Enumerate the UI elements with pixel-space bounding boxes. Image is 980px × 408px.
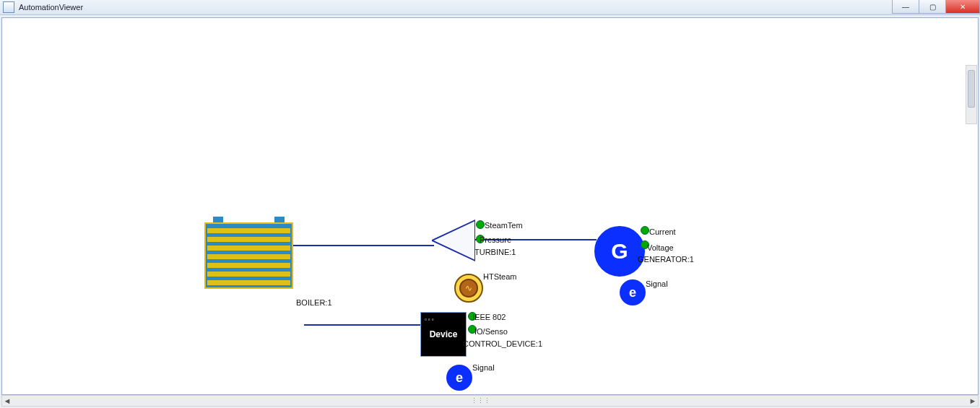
window-controls: — ▢ ✕ [893, 0, 980, 14]
port-io-label: IO/Senso [474, 327, 508, 336]
node-device-signal[interactable]: e [446, 365, 472, 391]
port-voltage-label: Voltage [647, 243, 674, 252]
scroll-right-icon[interactable]: ► [968, 396, 978, 405]
turbine-label: TURBINE:1 [474, 248, 516, 256]
port-pressure-label: Pressure [480, 235, 511, 244]
horizontal-scrollbar[interactable]: ◄ ⋮⋮⋮ ► [1, 395, 979, 407]
app-icon [3, 1, 14, 13]
port-ieee-label: IEEE 802 [472, 313, 506, 321]
window-title: AutomationViewer [19, 3, 83, 12]
boiler-tube-icon [207, 254, 290, 259]
generator-label: GENERATOR:1 [638, 255, 694, 264]
generator-glyph: G [611, 239, 628, 264]
boiler-tube-icon [207, 272, 290, 277]
node-generator[interactable]: G [594, 226, 645, 277]
port-steamtem[interactable] [476, 220, 485, 229]
client-area: BOILER:1 SteamTem Pressure TURBINE:1 ∿ H… [1, 17, 979, 395]
device-signal-label: Signal [472, 363, 495, 372]
e-glyph: e [629, 285, 636, 300]
node-boiler[interactable] [197, 217, 295, 289]
htsteam-label: HTSteam [483, 272, 516, 281]
boiler-tube-icon [207, 280, 290, 285]
device-caption: Device [430, 329, 458, 339]
scroll-left-icon[interactable]: ◄ [2, 396, 12, 405]
node-generator-signal[interactable]: e [620, 279, 646, 305]
port-current[interactable] [641, 226, 649, 235]
connection-boiler-turbine [292, 245, 434, 246]
boiler-label: BOILER:1 [296, 298, 332, 307]
port-steamtem-label: SteamTem [485, 221, 523, 230]
htsteam-icon: ∿ [459, 279, 478, 298]
boiler-tube-icon [207, 246, 290, 251]
minimize-button[interactable]: — [892, 0, 919, 14]
boiler-tube-icon [207, 263, 290, 268]
diagram-canvas[interactable]: BOILER:1 SteamTem Pressure TURBINE:1 ∿ H… [2, 18, 978, 394]
node-turbine[interactable] [432, 219, 475, 262]
boiler-tube-icon [207, 237, 290, 242]
device-label: CONTROL_DEVICE:1 [463, 339, 542, 348]
close-button[interactable]: ✕ [945, 0, 980, 14]
scrollbar-grip-icon: ⋮⋮⋮ [471, 398, 482, 404]
vertical-scrollbar[interactable] [966, 65, 977, 124]
e-glyph: e [456, 370, 463, 386]
node-device[interactable]: ▫▫▫ Device [421, 313, 466, 356]
svg-marker-0 [432, 220, 475, 261]
turbine-icon [432, 219, 475, 262]
app-window: AutomationViewer — ▢ ✕ [0, 0, 980, 408]
boiler-tube-icon [207, 228, 290, 233]
generator-signal-label: Signal [646, 279, 668, 288]
scrollbar-thumb[interactable] [968, 70, 975, 108]
port-current-label: Current [649, 227, 676, 236]
node-htsteam[interactable]: ∿ [454, 274, 483, 303]
connection-boiler-device [304, 324, 421, 326]
maximize-button[interactable]: ▢ [919, 0, 946, 14]
titlebar[interactable]: AutomationViewer — ▢ ✕ [0, 0, 980, 15]
scrollbar-track[interactable]: ⋮⋮⋮ [12, 396, 968, 405]
device-dots-icon: ▫▫▫ [425, 316, 435, 323]
